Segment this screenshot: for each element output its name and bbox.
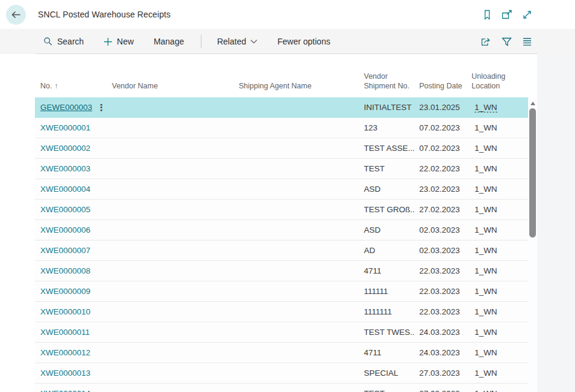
vendor-shipment-no-cell[interactable]: TEST GROß... [360,205,415,214]
receipt-no-cell[interactable]: XWE0000008 [35,266,93,275]
vendor-shipment-no-cell[interactable]: ASD [360,225,415,234]
bookmark-icon[interactable] [482,9,493,20]
receipt-no-link[interactable]: XWE0000002 [40,144,90,153]
expand-icon[interactable] [521,9,532,20]
receipt-no-link[interactable]: XWE0000008 [40,266,90,275]
scrollbar-up-arrow-icon[interactable] [530,102,535,105]
posting-date-cell[interactable]: 23.01.2025 [415,103,466,112]
fewer-options-button[interactable]: Fewer options [276,34,331,49]
receipt-no-link[interactable]: XWE0000005 [40,205,90,214]
vendor-shipment-no-cell[interactable]: 1111111 [360,307,415,316]
table-row[interactable]: XWE0000008 4711 22.03.2023 1_WN [35,261,528,281]
unloading-location-cell[interactable]: 1_WN [466,225,528,234]
related-menu-button[interactable]: Related [216,34,259,49]
posting-date-cell[interactable]: 27.02.2023 [415,205,466,214]
unloading-location-cell[interactable]: 1_WN [466,389,528,392]
back-button[interactable] [6,5,26,25]
search-button[interactable]: Search [42,34,85,49]
column-header-vendor-name[interactable]: Vendor Name [108,81,235,97]
posting-date-cell[interactable]: 24.03.2023 [415,348,466,357]
vendor-shipment-no-cell[interactable]: ASD [360,185,415,194]
column-header-vendor-shipment-no[interactable]: Vendor Shipment No. [360,72,415,97]
posting-date-cell[interactable]: 07.02.2023 [415,123,466,132]
posting-date-cell[interactable]: 27.03.2023 [415,369,466,378]
posting-date-cell[interactable]: 22.03.2023 [415,266,466,275]
unloading-location-cell[interactable]: 1_WN [466,144,528,153]
new-button[interactable]: New [102,34,135,49]
receipt-no-cell[interactable]: XWE0000014 [35,389,93,392]
table-row[interactable]: XWE0000011 TEST TWES... 24.03.2023 1_WN [35,322,528,343]
vendor-shipment-no-cell[interactable]: 111111 [360,287,415,296]
receipt-no-link[interactable]: XWE0000009 [40,287,90,296]
table-row[interactable]: XWE0000012 4711 24.03.2023 1_WN [35,343,528,363]
receipt-no-link[interactable]: XWE0000014 [40,389,90,392]
vendor-shipment-no-cell[interactable]: INITIALTEST [360,103,415,112]
posting-date-cell[interactable]: 02.03.2023 [415,225,466,234]
receipt-no-link[interactable]: XWE0000012 [40,348,90,357]
posting-date-cell[interactable]: 27.03.2023 [415,389,466,392]
share-icon[interactable] [481,36,491,47]
posting-date-cell[interactable]: 24.03.2023 [415,328,466,337]
receipt-no-link[interactable]: XWE0000013 [40,369,90,378]
receipt-no-link[interactable]: XWE0000004 [40,185,90,194]
vendor-shipment-no-cell[interactable]: 123 [360,123,415,132]
receipt-no-cell[interactable]: XWE0000012 [35,348,93,357]
receipt-no-link[interactable]: XWE0000001 [40,123,90,132]
receipt-no-cell[interactable]: XWE0000010 [35,307,93,316]
receipt-no-link[interactable]: XWE0000006 [40,225,90,234]
scrollbar-thumb[interactable] [529,108,536,237]
receipt-no-cell[interactable]: XWE0000007 [35,246,93,255]
vendor-shipment-no-cell[interactable]: TEST... [360,389,415,392]
receipt-no-cell[interactable]: GEWE000003 [35,103,93,112]
unloading-location-cell[interactable]: 1_WN [466,185,528,194]
unloading-location-cell[interactable]: 1_WN [466,307,528,316]
unloading-location-cell[interactable]: 1_WN [466,205,528,214]
column-header-unloading-location[interactable]: Unloading Location [466,72,528,97]
row-menu-cell[interactable] [93,103,108,112]
table-row[interactable]: XWE0000005 TEST GROß... 27.02.2023 1_WN [35,200,528,220]
table-row[interactable]: XWE0000014 TEST... 27.03.2023 1_WN [35,384,528,392]
column-header-shipping-agent-name[interactable]: Shipping Agent Name [235,81,360,97]
column-header-posting-date[interactable]: Posting Date [415,81,466,97]
posting-date-cell[interactable]: 22.03.2023 [415,307,466,316]
filter-icon[interactable] [501,36,512,47]
unloading-location-cell[interactable]: 1_WN [466,123,528,132]
table-row[interactable]: XWE0000004 ASD 23.02.2023 1_WN [35,179,528,200]
receipt-no-link[interactable]: XWE0000011 [40,328,90,337]
row-context-menu-icon[interactable] [93,103,106,112]
receipt-no-link[interactable]: XWE0000010 [40,307,90,316]
posting-date-cell[interactable]: 02.03.2023 [415,246,466,255]
unloading-location-cell[interactable]: 1_WN [466,103,528,112]
unloading-location-cell[interactable]: 1_WN [466,348,528,357]
receipt-no-cell[interactable]: XWE0000002 [35,144,93,153]
table-row[interactable]: XWE0000009 111111 22.03.2023 1_WN [35,281,528,302]
receipt-no-cell[interactable]: XWE0000005 [35,205,93,214]
receipt-no-cell[interactable]: XWE0000001 [35,123,93,132]
choose-columns-icon[interactable] [521,36,532,47]
receipt-no-cell[interactable]: XWE0000003 [35,164,93,173]
receipt-no-cell[interactable]: XWE0000006 [35,225,93,234]
receipt-no-cell[interactable]: XWE0000011 [35,328,93,337]
receipt-no-cell[interactable]: XWE0000004 [35,185,93,194]
posting-date-cell[interactable]: 22.02.2023 [415,164,466,173]
unloading-location-cell[interactable]: 1_WN [466,164,528,173]
vendor-shipment-no-cell[interactable]: 4711 [360,348,415,357]
unloading-location-cell[interactable]: 1_WN [466,246,528,255]
unloading-location-cell[interactable]: 1_WN [466,328,528,337]
unloading-location-cell[interactable]: 1_WN [466,266,528,275]
table-row[interactable]: XWE0000013 SPECIAL 27.03.2023 1_WN [35,363,528,384]
table-row[interactable]: GEWE000003 INITIALTEST 23.01.2025 1_WN [35,97,528,118]
receipt-no-link[interactable]: GEWE000003 [40,103,92,112]
posting-date-cell[interactable]: 07.02.2023 [415,144,466,153]
table-row[interactable]: XWE0000010 1111111 22.03.2023 1_WN [35,302,528,322]
receipt-no-cell[interactable]: XWE0000009 [35,287,93,296]
table-row[interactable]: XWE0000007 AD 02.03.2023 1_WN [35,240,528,261]
open-in-new-window-icon[interactable] [502,9,512,20]
table-row[interactable]: XWE0000001 123 07.02.2023 1_WN [35,118,528,138]
table-row[interactable]: XWE0000006 ASD 02.03.2023 1_WN [35,220,528,240]
unloading-location-cell[interactable]: 1_WN [466,287,528,296]
vendor-shipment-no-cell[interactable]: TEST [360,164,415,173]
vendor-shipment-no-cell[interactable]: SPECIAL [360,369,415,378]
vendor-shipment-no-cell[interactable]: AD [360,246,415,255]
vendor-shipment-no-cell[interactable]: TEST ASSE... [360,144,415,153]
